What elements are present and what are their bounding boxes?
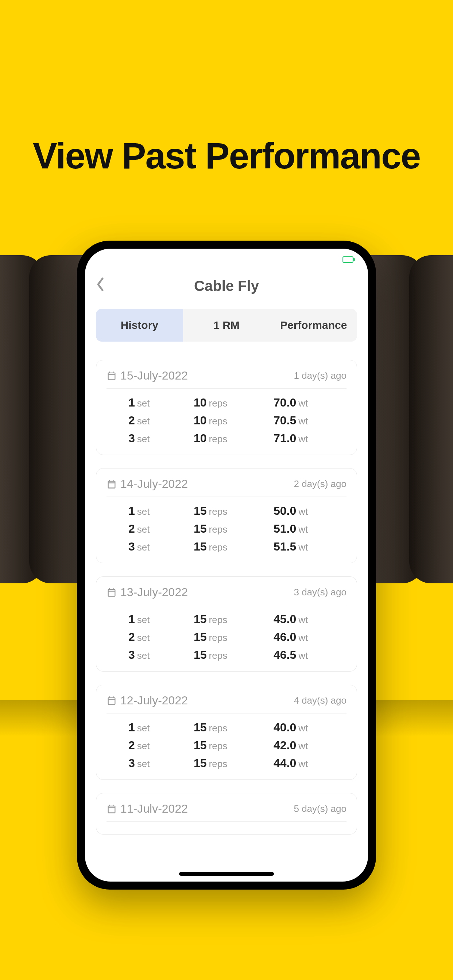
set-label: set xyxy=(137,614,150,625)
calendar-icon xyxy=(107,804,117,814)
weight-number: 44.0 xyxy=(274,757,296,770)
page-title: Cable Fly xyxy=(96,278,357,294)
card-header: 15-July-20221 day(s) ago xyxy=(107,369,346,389)
status-bar xyxy=(85,249,368,270)
reps-label: reps xyxy=(209,506,228,517)
set-row: 2 set10 reps70.5 wt xyxy=(107,412,346,430)
weight-label: wt xyxy=(298,614,308,625)
history-card[interactable]: 13-July-20223 day(s) ago1 set15 reps45.0… xyxy=(96,576,357,671)
set-label: set xyxy=(137,506,150,517)
calendar-icon xyxy=(107,371,117,381)
reps-label: reps xyxy=(209,542,228,553)
history-list[interactable]: 15-July-20221 day(s) ago1 set10 reps70.0… xyxy=(85,360,368,835)
set-label: set xyxy=(137,542,150,553)
weight-label: wt xyxy=(298,722,308,734)
reps-number: 10 xyxy=(194,396,207,409)
days-ago: 3 day(s) ago xyxy=(293,587,346,598)
set-label: set xyxy=(137,632,150,643)
reps-number: 15 xyxy=(194,739,207,752)
set-row: 1 set15 reps45.0 wt xyxy=(107,610,346,628)
set-row: 3 set15 reps44.0 wt xyxy=(107,754,346,772)
weight-number: 70.0 xyxy=(274,396,296,409)
reps-label: reps xyxy=(209,740,228,752)
set-number: 1 xyxy=(128,721,135,734)
weight-label: wt xyxy=(298,524,308,535)
reps-label: reps xyxy=(209,398,228,409)
set-row: 2 set15 reps46.0 wt xyxy=(107,628,346,646)
weight-number: 46.0 xyxy=(274,630,296,644)
set-label: set xyxy=(137,524,150,535)
history-card[interactable]: 15-July-20221 day(s) ago1 set10 reps70.0… xyxy=(96,360,357,455)
back-button[interactable] xyxy=(96,277,105,295)
weight-label: wt xyxy=(298,758,308,770)
set-label: set xyxy=(137,740,150,752)
calendar-icon xyxy=(107,695,117,706)
reps-label: reps xyxy=(209,614,228,625)
reps-number: 15 xyxy=(194,522,207,536)
reps-label: reps xyxy=(209,650,228,661)
reps-label: reps xyxy=(209,415,228,427)
weight-label: wt xyxy=(298,542,308,553)
card-date: 15-July-2022 xyxy=(107,369,188,382)
weight-number: 50.0 xyxy=(274,504,296,518)
home-indicator[interactable] xyxy=(179,872,274,876)
weight-label: wt xyxy=(298,650,308,661)
set-label: set xyxy=(137,650,150,661)
tab-1rm[interactable]: 1 RM xyxy=(183,309,270,342)
days-ago: 2 day(s) ago xyxy=(293,478,346,490)
calendar-icon xyxy=(107,479,117,489)
card-header: 14-July-20222 day(s) ago xyxy=(107,477,346,497)
history-card[interactable]: 12-July-20224 day(s) ago1 set15 reps40.0… xyxy=(96,685,357,780)
set-row: 1 set15 reps40.0 wt xyxy=(107,719,346,737)
reps-number: 15 xyxy=(194,648,207,662)
weight-label: wt xyxy=(298,740,308,752)
set-row: 3 set15 reps46.5 wt xyxy=(107,646,346,664)
weight-number: 51.0 xyxy=(274,522,296,536)
calendar-icon xyxy=(107,587,117,598)
days-ago: 5 day(s) ago xyxy=(293,803,346,815)
weight-number: 71.0 xyxy=(274,432,296,445)
reps-number: 10 xyxy=(194,432,207,445)
set-number: 3 xyxy=(128,648,135,662)
reps-number: 15 xyxy=(194,612,207,626)
set-number: 2 xyxy=(128,739,135,752)
chevron-left-icon xyxy=(96,277,105,292)
weight-label: wt xyxy=(298,398,308,409)
card-date: 12-July-2022 xyxy=(107,694,188,707)
set-number: 2 xyxy=(128,414,135,427)
set-row: 2 set15 reps51.0 wt xyxy=(107,520,346,538)
card-date: 14-July-2022 xyxy=(107,477,188,491)
reps-label: reps xyxy=(209,722,228,734)
weight-label: wt xyxy=(298,506,308,517)
set-number: 3 xyxy=(128,757,135,770)
reps-label: reps xyxy=(209,524,228,535)
reps-number: 15 xyxy=(194,504,207,518)
card-date: 11-Julv-2022 xyxy=(107,802,188,816)
reps-number: 10 xyxy=(194,414,207,427)
reps-number: 15 xyxy=(194,721,207,734)
weight-label: wt xyxy=(298,415,308,427)
set-number: 1 xyxy=(128,612,135,626)
reps-label: reps xyxy=(209,632,228,643)
history-card[interactable]: 11-Julv-20225 day(s) ago xyxy=(96,793,357,835)
card-header: 12-July-20224 day(s) ago xyxy=(107,694,346,713)
tab-performance[interactable]: Performance xyxy=(270,309,357,342)
set-row: 3 set10 reps71.0 wt xyxy=(107,430,346,447)
reps-number: 15 xyxy=(194,757,207,770)
weight-number: 46.5 xyxy=(274,648,296,662)
weight-number: 42.0 xyxy=(274,739,296,752)
card-date: 13-July-2022 xyxy=(107,585,188,599)
set-number: 3 xyxy=(128,432,135,445)
card-header: 11-Julv-20225 day(s) ago xyxy=(107,802,346,822)
tab-bar: History 1 RM Performance xyxy=(96,309,357,342)
set-row: 3 set15 reps51.5 wt xyxy=(107,538,346,555)
tab-history[interactable]: History xyxy=(96,309,183,342)
history-card[interactable]: 14-July-20222 day(s) ago1 set15 reps50.0… xyxy=(96,468,357,563)
weight-number: 70.5 xyxy=(274,414,296,427)
days-ago: 1 day(s) ago xyxy=(293,370,346,381)
set-number: 2 xyxy=(128,630,135,644)
weight-label: wt xyxy=(298,632,308,643)
set-label: set xyxy=(137,722,150,734)
reps-label: reps xyxy=(209,433,228,445)
set-row: 2 set15 reps42.0 wt xyxy=(107,737,346,754)
